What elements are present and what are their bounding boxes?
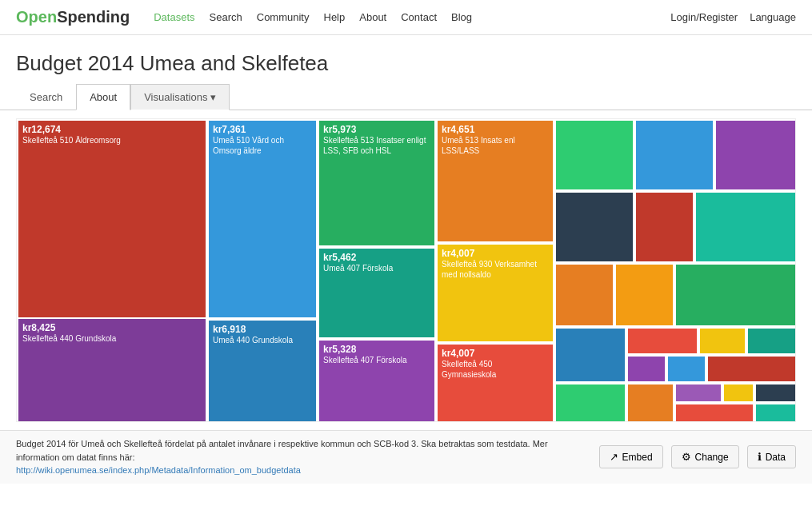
nav-language[interactable]: Language: [750, 11, 796, 23]
treemap-cell-c14[interactable]: [554, 191, 634, 263]
page-title-area: Budget 2014 Umea and Skelfetea: [0, 35, 812, 84]
nav-help[interactable]: Help: [324, 11, 346, 23]
treemap-cell-c15[interactable]: [634, 191, 694, 263]
cell-label: Umeå 510 Vård och Omsorg äldre: [213, 136, 284, 155]
treemap-cell-c12[interactable]: [634, 119, 714, 191]
treemap-cell-c22[interactable]: [698, 327, 746, 355]
treemap-cell-big-bottom-left[interactable]: kr8,425Skellefteå 440 Grundskola: [17, 317, 207, 422]
treemap-cell-c17[interactable]: [554, 263, 614, 327]
tab-search[interactable]: Search: [16, 84, 76, 110]
logo-open: Open: [16, 8, 57, 26]
tabs: Search About Visualisations ▾: [0, 84, 812, 110]
cell-label: Skellefteå 513 Insatser enligt LSS, SFB …: [323, 136, 426, 155]
treemap-cell-c18[interactable]: [614, 263, 674, 327]
treemap-cell-c13[interactable]: [714, 119, 796, 191]
cell-value: kr7,361: [213, 124, 312, 135]
treemap-cell-c26[interactable]: [706, 355, 796, 383]
treemap-cell-c20[interactable]: [554, 327, 626, 383]
treemap-cell-c28[interactable]: [626, 383, 674, 422]
treemap-cell-c32[interactable]: [674, 403, 754, 422]
logo-spending: Spending: [57, 8, 130, 26]
embed-label: Embed: [622, 452, 653, 463]
cell-value: kr4,007: [442, 248, 549, 259]
treemap-cell-c29[interactable]: [674, 383, 722, 403]
tab-visualisations[interactable]: Visualisations ▾: [130, 84, 230, 110]
footer-text: Budget 2014 för Umeå och Skellefteå förd…: [16, 437, 591, 477]
cell-value: kr12,674: [22, 124, 202, 135]
treemap-cell-c11[interactable]: [554, 119, 634, 191]
footer-bar: Budget 2014 för Umeå och Skellefteå förd…: [0, 430, 812, 484]
embed-icon: ↗: [610, 451, 618, 463]
treemap-cell-c7[interactable]: kr4,651Umeå 513 Insats enl LSS/LASS: [436, 119, 554, 243]
footer-description: Budget 2014 för Umeå och Skellefteå förd…: [16, 439, 548, 462]
nav-search[interactable]: Search: [210, 11, 242, 23]
footer-link[interactable]: http://wiki.openumea.se/index.php/Metada…: [16, 465, 301, 475]
nav-login-register[interactable]: Login/Register: [670, 11, 738, 23]
treemap-cell-c23[interactable]: [746, 327, 796, 355]
cell-value: kr4,651: [442, 124, 549, 135]
treemap-cell-c24[interactable]: [626, 355, 666, 383]
treemap-cell-c30[interactable]: [722, 383, 754, 403]
cell-value: kr5,973: [323, 124, 430, 135]
treemap-area: kr12,674Skellefteå 510 Äldreomsorgkr7,36…: [0, 110, 812, 430]
treemap-cell-c3[interactable]: kr6,918Umeå 440 Grundskola: [207, 319, 318, 422]
treemap-cell-c2[interactable]: kr7,361Umeå 510 Vård och Omsorg äldre: [207, 119, 318, 319]
nav-datasets[interactable]: Datasets: [154, 11, 194, 23]
nav-community[interactable]: Community: [257, 11, 310, 23]
treemap-cell-c31[interactable]: [754, 383, 796, 403]
header: OpenSpending Datasets Search Community H…: [0, 0, 812, 35]
logo: OpenSpending: [16, 8, 130, 26]
cell-label: Umeå 440 Grundskola: [213, 336, 293, 345]
treemap-cell-c8[interactable]: kr4,007Skellefteå 930 Verksamhet med nol…: [436, 243, 554, 343]
cell-label: Skellefteå 407 Förskola: [323, 356, 407, 365]
cell-value: kr5,462: [323, 252, 430, 263]
page-title: Budget 2014 Umea and Skelfetea: [16, 51, 796, 76]
change-icon: ⚙: [682, 451, 691, 463]
cell-label: Skellefteå 450 Gymnasieskola: [442, 360, 496, 379]
cell-label: Umeå 407 Förskola: [323, 264, 393, 273]
treemap-cell-c9[interactable]: kr4,007Skellefteå 450 Gymnasieskola: [436, 343, 554, 422]
treemap-cell-c5[interactable]: kr5,462Umeå 407 Förskola: [318, 247, 436, 339]
cell-value: kr4,007: [442, 348, 549, 359]
treemap-cell-c27[interactable]: [554, 383, 626, 422]
treemap-cell-c4[interactable]: kr5,973Skellefteå 513 Insatser enligt LS…: [318, 119, 436, 247]
embed-button[interactable]: ↗ Embed: [599, 445, 663, 468]
treemap-cell-c25[interactable]: [666, 355, 706, 383]
cell-value: kr6,918: [213, 324, 312, 335]
nav-contact[interactable]: Contact: [401, 11, 437, 23]
cell-label: Skellefteå 930 Verksamhet med nollsaldo: [442, 260, 537, 279]
treemap-cell-c19[interactable]: [674, 263, 796, 327]
cell-value: kr8,425: [22, 322, 202, 333]
treemap-cell-c6[interactable]: kr5,328Skellefteå 407 Förskola: [318, 339, 436, 422]
treemap: kr12,674Skellefteå 510 Äldreomsorgkr7,36…: [16, 118, 796, 422]
treemap-cell-c33[interactable]: [754, 403, 796, 422]
data-button[interactable]: ℹ Data: [747, 445, 796, 468]
tab-about[interactable]: About: [76, 84, 130, 110]
nav-about[interactable]: About: [359, 11, 386, 23]
nav-blog[interactable]: Blog: [451, 11, 472, 23]
nav-links: Datasets Search Community Help About Con…: [154, 11, 654, 23]
change-label: Change: [695, 452, 729, 463]
cell-label: Umeå 513 Insats enl LSS/LASS: [442, 136, 515, 155]
cell-value: kr5,328: [323, 344, 430, 355]
nav-right: Login/Register Language: [670, 11, 796, 23]
treemap-cell-c16[interactable]: [694, 191, 796, 263]
data-label: Data: [766, 452, 786, 463]
cell-label: Skellefteå 440 Grundskola: [22, 334, 116, 343]
change-button[interactable]: ⚙ Change: [671, 445, 739, 468]
data-icon: ℹ: [758, 451, 762, 463]
treemap-cell-c21[interactable]: [626, 327, 698, 355]
cell-label: Skellefteå 510 Äldreomsorg: [22, 136, 121, 145]
